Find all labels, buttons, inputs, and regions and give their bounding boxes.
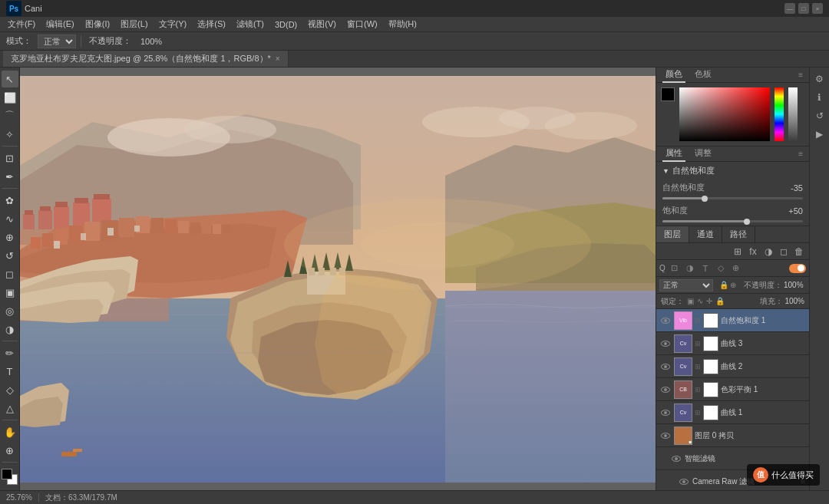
clone-tool[interactable]: ⊕ — [2, 229, 18, 245]
filter-toggle[interactable] — [789, 264, 806, 273]
layer-item[interactable]: CB ⊞ 色彩平衡 1 — [656, 378, 809, 401]
adj-collapse-icon[interactable]: ▼ — [662, 167, 669, 175]
layer-fx-button[interactable]: fx — [746, 245, 760, 259]
canvas-area[interactable] — [20, 68, 656, 490]
menu-item-y[interactable]: 文字(Y) — [154, 17, 192, 32]
layer-visibility-button[interactable] — [659, 315, 672, 327]
foreground-color-indicator[interactable] — [661, 87, 675, 101]
layer-adjustment-button[interactable]: ◻ — [777, 245, 791, 259]
layer-item[interactable]: Cv ⊞ 曲线 2 — [656, 355, 809, 378]
layer-visibility-button[interactable] — [678, 476, 690, 488]
filter-type-button[interactable]: T — [699, 262, 712, 275]
filter-adjustment-button[interactable]: ◑ — [684, 262, 696, 275]
color-panel: 颜色 色板 ≡ — [656, 68, 809, 147]
menu-item-s[interactable]: 选择(S) — [193, 17, 230, 32]
vibrance-slider-thumb[interactable] — [702, 196, 708, 202]
saturation-slider-track[interactable] — [662, 220, 803, 222]
blend-opacity-value[interactable]: 100% — [784, 281, 804, 289]
layer-visibility-button[interactable] — [659, 384, 672, 396]
svg-rect-19 — [74, 198, 88, 203]
sidebar-action-button[interactable]: ▶ — [811, 126, 828, 143]
pen-tool[interactable]: ✏ — [2, 344, 18, 361]
layers-list[interactable]: Vib ⊞ 自然饱和度 1 Cv ⊞ 曲线 3 — [656, 309, 809, 490]
color-panel-menu-icon[interactable]: ≡ — [798, 71, 803, 79]
minimize-button[interactable]: — — [784, 3, 795, 14]
blur-tool[interactable]: ◎ — [2, 302, 18, 319]
properties-panel-menu-icon[interactable]: ≡ — [798, 150, 803, 158]
tab-adjustments[interactable]: 调整 — [692, 146, 715, 162]
dodge-tool[interactable]: ◑ — [2, 321, 18, 338]
layer-visibility-button[interactable] — [670, 453, 682, 465]
marquee-tool[interactable]: ⬜ — [2, 89, 18, 106]
menu-item-dd[interactable]: 3D(D) — [270, 17, 302, 32]
lock-transparent-button[interactable]: ▣ — [687, 297, 694, 305]
lock-position-button[interactable]: ✛ — [706, 297, 712, 305]
fill-value[interactable]: 100% — [784, 297, 804, 305]
tab-properties[interactable]: 属性 — [662, 146, 685, 162]
move-tool[interactable]: ↖ — [2, 71, 18, 87]
mode-select[interactable]: 正常 — [38, 35, 76, 48]
menu-item-i[interactable]: 图像(I) — [81, 17, 114, 32]
saturation-slider-thumb[interactable] — [744, 219, 750, 225]
shape-tool[interactable]: △ — [2, 400, 18, 417]
menu-item-l[interactable]: 图层(L) — [116, 17, 152, 32]
close-button[interactable]: × — [812, 3, 823, 14]
lasso-tool[interactable]: ⌒ — [2, 107, 18, 124]
filter-shape-button[interactable]: ◇ — [715, 262, 727, 275]
vibrance-slider-track[interactable] — [662, 197, 803, 199]
layer-visibility-button[interactable] — [659, 430, 672, 442]
layer-delete-button[interactable]: 🗑 — [792, 245, 806, 259]
layer-mask-button[interactable]: ◑ — [761, 245, 775, 259]
layer-visibility-button[interactable] — [659, 361, 672, 373]
hand-tool[interactable]: ✋ — [2, 423, 18, 440]
doc-close-button[interactable]: × — [276, 54, 280, 63]
color-gradient-picker[interactable] — [679, 87, 770, 141]
document-canvas[interactable] — [20, 76, 656, 483]
layer-visibility-button[interactable] — [659, 407, 672, 419]
lock-all-button[interactable]: 🔒 — [715, 297, 725, 305]
tab-paths[interactable]: 路径 — [722, 226, 755, 242]
foreground-background-colors[interactable] — [2, 469, 18, 486]
menu-item-f[interactable]: 文件(F) — [3, 17, 40, 32]
sidebar-options-button[interactable]: ⚙ — [811, 71, 828, 87]
filter-pixel-button[interactable]: ⊡ — [669, 262, 681, 275]
document-tab[interactable]: 克罗地亚杜布罗夫尼克大图.jpeg @ 25.8%（自然饱和度 1，RGB/8）… — [3, 51, 289, 67]
path-tool[interactable]: ◇ — [2, 381, 18, 398]
text-tool[interactable]: T — [2, 363, 18, 380]
blend-icon1[interactable]: 🔒 — [719, 281, 728, 289]
eyedropper-tool[interactable]: ✒ — [2, 168, 18, 185]
blend-mode-select[interactable]: 正常 — [659, 279, 713, 292]
layer-item[interactable]: Cv ⊞ 曲线 1 — [656, 401, 809, 424]
tab-channels[interactable]: 通道 — [689, 226, 722, 242]
foreground-color-swatch[interactable] — [2, 469, 12, 479]
tab-color[interactable]: 颜色 — [662, 68, 685, 83]
layer-visibility-button[interactable] — [659, 338, 672, 350]
layer-item[interactable]: ■ 图层 0 拷贝 — [656, 424, 809, 447]
tab-swatches[interactable]: 色板 — [692, 68, 715, 83]
menu-item-h[interactable]: 帮助(H) — [384, 17, 421, 32]
history-tool[interactable]: ↺ — [2, 247, 18, 264]
gradient-tool[interactable]: ▣ — [2, 284, 18, 301]
hue-slider[interactable] — [775, 87, 784, 141]
crop-tool[interactable]: ⊡ — [2, 150, 18, 166]
brush-tool[interactable]: ∿ — [2, 210, 18, 227]
lock-pixels-button[interactable]: ∿ — [697, 297, 703, 305]
zoom-tool[interactable]: ⊕ — [2, 442, 18, 459]
layer-add-button[interactable]: ⊞ — [731, 245, 745, 259]
sidebar-info-button[interactable]: ℹ — [811, 89, 828, 106]
sidebar-history-button[interactable]: ↺ — [811, 107, 828, 124]
maximize-button[interactable]: □ — [798, 3, 809, 14]
layer-item[interactable]: Cv ⊞ 曲线 3 — [656, 332, 809, 355]
filter-smart-button[interactable]: ⊕ — [730, 262, 742, 275]
alpha-slider[interactable] — [788, 87, 798, 141]
eraser-tool[interactable]: ◻ — [2, 265, 18, 282]
blend-icon2[interactable]: ⊕ — [730, 281, 736, 289]
tab-layers[interactable]: 图层 — [656, 226, 689, 242]
healing-tool[interactable]: ✿ — [2, 192, 18, 209]
menu-item-e[interactable]: 编辑(E) — [41, 17, 79, 32]
menu-item-w[interactable]: 窗口(W) — [342, 17, 382, 32]
layer-item[interactable]: Vib ⊞ 自然饱和度 1 — [656, 309, 809, 332]
menu-item-t[interactable]: 滤镜(T) — [232, 17, 269, 32]
menu-item-v[interactable]: 视图(V) — [303, 17, 341, 32]
quick-select-tool[interactable]: ✧ — [2, 126, 18, 143]
